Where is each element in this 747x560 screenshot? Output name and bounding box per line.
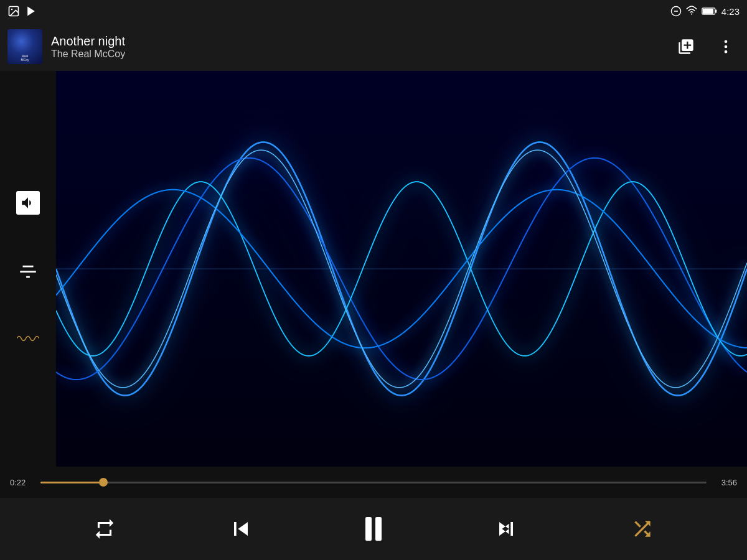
song-title: Another night — [51, 34, 125, 49]
controls-bar — [0, 498, 747, 560]
album-art: RealMCoy — [7, 29, 42, 64]
svg-point-9 — [725, 40, 728, 44]
wifi-icon — [685, 6, 698, 17]
svg-marker-2 — [27, 7, 35, 16]
svg-point-5 — [691, 13, 692, 14]
svg-rect-8 — [703, 9, 713, 14]
time-display: 4:23 — [721, 6, 740, 17]
left-sidebar — [0, 71, 56, 467]
shuffle-icon — [631, 517, 654, 541]
battery-icon — [702, 6, 718, 16]
top-bar: RealMCoy Another night The Real McCoy — [0, 22, 747, 71]
speaker-icon — [16, 191, 40, 215]
repeat-icon — [93, 517, 116, 541]
gallery-icon — [7, 5, 20, 17]
waveform-icon — [17, 330, 39, 347]
song-artist: The Real McCoy — [51, 49, 125, 60]
skip-previous-icon — [227, 515, 255, 543]
top-bar-right[interactable] — [672, 33, 740, 60]
queue-music-button[interactable] — [672, 33, 700, 60]
svg-point-11 — [725, 50, 728, 54]
pause-button[interactable] — [360, 512, 387, 546]
status-left-icons — [7, 5, 37, 17]
main-area — [0, 71, 747, 467]
svg-rect-7 — [715, 9, 716, 12]
play-icon — [25, 5, 37, 17]
progress-thumb — [99, 478, 108, 487]
dnd-icon — [670, 6, 682, 17]
equalizer-button[interactable] — [12, 257, 44, 288]
song-info: Another night The Real McCoy — [51, 34, 125, 60]
status-bar: 4:23 — [0, 0, 747, 22]
more-options-button[interactable] — [712, 33, 740, 60]
progress-section[interactable]: 0:22 3:56 — [0, 467, 747, 498]
waveform-button[interactable] — [12, 325, 44, 352]
repeat-button[interactable] — [88, 512, 121, 546]
shuffle-button[interactable] — [626, 512, 659, 546]
svg-point-10 — [725, 45, 728, 49]
album-art-text: RealMCoy — [21, 54, 29, 62]
status-right-icons: 4:23 — [670, 6, 740, 17]
progress-bar[interactable] — [40, 482, 707, 483]
skip-next-button[interactable] — [487, 510, 525, 548]
equalizer-icon — [17, 262, 39, 283]
pause-icon — [365, 517, 382, 541]
total-time: 3:56 — [715, 478, 737, 487]
more-vert-icon — [717, 38, 735, 55]
skip-previous-button[interactable] — [222, 510, 260, 548]
queue-music-icon — [677, 38, 695, 55]
svg-point-1 — [11, 9, 12, 10]
progress-bar-fill — [40, 482, 103, 483]
current-time: 0:22 — [10, 478, 32, 487]
speaker-button[interactable] — [11, 186, 45, 220]
waveform-area — [56, 71, 747, 467]
skip-next-icon — [492, 515, 520, 543]
top-bar-left: RealMCoy Another night The Real McCoy — [7, 29, 125, 64]
waveform-canvas — [56, 71, 747, 467]
